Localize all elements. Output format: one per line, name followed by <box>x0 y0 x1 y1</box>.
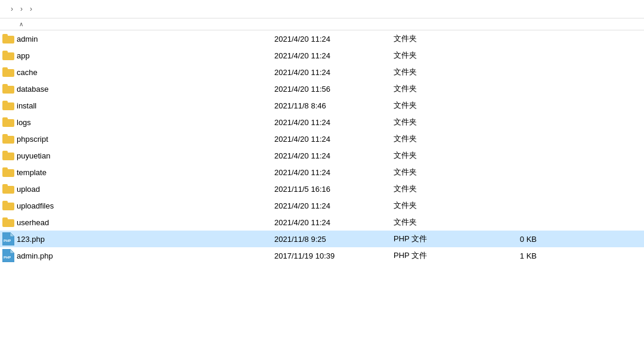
file-row[interactable]: PHP 123.php 2021/11/8 9:25 PHP 文件 0 KB <box>0 231 644 247</box>
breadcrumb-bar: › › › <box>0 0 644 18</box>
file-name: admin.php <box>17 251 274 260</box>
folder-icon <box>2 101 14 110</box>
file-type: 文件夹 <box>394 200 477 211</box>
file-date: 2021/4/20 11:24 <box>274 118 394 127</box>
file-date: 2021/4/20 11:24 <box>274 135 394 144</box>
file-size: 0 KB <box>477 235 549 244</box>
file-icon-cell: PHP <box>0 249 17 262</box>
file-type: PHP 文件 <box>394 234 477 244</box>
file-type: 文件夹 <box>394 217 477 228</box>
file-row[interactable]: phpscript 2021/4/20 11:24 文件夹 <box>0 130 644 147</box>
file-date: 2021/11/8 8:46 <box>274 101 394 110</box>
folder-icon <box>2 117 14 127</box>
file-row[interactable]: puyuetian 2021/4/20 11:24 文件夹 <box>0 147 644 164</box>
file-type: 文件夹 <box>394 184 477 194</box>
folder-icon <box>2 34 14 43</box>
file-type: 文件夹 <box>394 117 477 127</box>
file-icon-cell <box>0 151 17 160</box>
file-type: 文件夹 <box>394 150 477 161</box>
file-type: 文件夹 <box>394 167 477 178</box>
php-file-icon: PHP <box>2 249 14 262</box>
folder-icon <box>2 51 14 60</box>
file-row[interactable]: install 2021/11/8 8:46 文件夹 <box>0 97 644 114</box>
file-date: 2021/4/20 11:24 <box>274 68 394 77</box>
column-headers: ∧ <box>0 18 644 30</box>
file-icon-cell <box>0 67 17 77</box>
file-size: 1 KB <box>477 251 549 260</box>
file-name: install <box>17 101 274 110</box>
file-type: 文件夹 <box>394 50 477 61</box>
file-date: 2021/11/5 16:16 <box>274 185 394 194</box>
file-row[interactable]: cache 2021/4/20 11:24 文件夹 <box>0 64 644 80</box>
file-name: logs <box>17 118 274 127</box>
file-icon-cell <box>0 117 17 127</box>
file-name: uploadfiles <box>17 201 274 210</box>
file-date: 2021/4/20 11:24 <box>274 51 394 60</box>
file-icon-cell <box>0 201 17 210</box>
file-name: 123.php <box>17 235 274 244</box>
file-type: 文件夹 <box>394 83 477 94</box>
file-name: app <box>17 51 274 60</box>
file-row[interactable]: PHP admin.php 2017/11/19 10:39 PHP 文件 1 … <box>0 247 644 264</box>
file-type: PHP 文件 <box>394 250 477 261</box>
file-row[interactable]: logs 2021/4/20 11:24 文件夹 <box>0 114 644 130</box>
file-icon-cell <box>0 101 17 110</box>
file-type: 文件夹 <box>394 100 477 111</box>
file-date: 2021/4/20 11:56 <box>274 85 394 94</box>
php-file-icon: PHP <box>2 232 14 245</box>
file-type: 文件夹 <box>394 33 477 44</box>
file-row[interactable]: admin 2021/4/20 11:24 文件夹 <box>0 30 644 47</box>
folder-icon <box>2 84 14 94</box>
breadcrumb-sep-3: › <box>30 5 32 13</box>
file-row[interactable]: template 2021/4/20 11:24 文件夹 <box>0 164 644 181</box>
file-type: 文件夹 <box>394 133 477 144</box>
file-row[interactable]: upload 2021/11/5 16:16 文件夹 <box>0 181 644 197</box>
file-icon-cell <box>0 34 17 43</box>
file-icon-cell <box>0 51 17 60</box>
file-explorer: ∧ admin 2021/4/20 11:24 文件夹 app 2021/4/2… <box>0 18 644 334</box>
file-date: 2021/4/20 11:24 <box>274 218 394 227</box>
col-name-header[interactable]: ∧ <box>0 21 274 27</box>
file-date: 2017/11/19 10:39 <box>274 251 394 260</box>
file-icon-cell <box>0 134 17 144</box>
folder-icon <box>2 201 14 210</box>
file-type: 文件夹 <box>394 67 477 77</box>
sort-arrow-icon: ∧ <box>19 21 23 27</box>
file-date: 2021/11/8 9:25 <box>274 235 394 244</box>
file-date: 2021/4/20 11:24 <box>274 151 394 160</box>
folder-icon <box>2 151 14 160</box>
file-name: admin <box>17 35 274 43</box>
file-icon-cell <box>0 84 17 94</box>
file-icon-cell <box>0 167 17 177</box>
file-name: template <box>17 168 274 177</box>
file-icon-cell <box>0 217 17 227</box>
file-date: 2021/4/20 11:24 <box>274 201 394 210</box>
folder-icon <box>2 134 14 144</box>
svg-marker-1 <box>10 232 14 237</box>
file-row[interactable]: database 2021/4/20 11:56 文件夹 <box>0 80 644 97</box>
file-name: upload <box>17 185 274 194</box>
file-date: 2021/4/20 11:24 <box>274 168 394 177</box>
folder-icon <box>2 184 14 194</box>
breadcrumb-sep-1: › <box>11 5 13 13</box>
svg-marker-4 <box>10 249 14 253</box>
file-icon-cell <box>0 184 17 194</box>
svg-text:PHP: PHP <box>4 239 11 242</box>
file-row[interactable]: userhead 2021/4/20 11:24 文件夹 <box>0 214 644 231</box>
folder-icon <box>2 217 14 227</box>
file-row[interactable]: app 2021/4/20 11:24 文件夹 <box>0 47 644 64</box>
breadcrumb-sep-2: › <box>20 5 23 13</box>
file-name: puyuetian <box>17 151 274 160</box>
file-date: 2021/4/20 11:24 <box>274 35 394 43</box>
file-name: database <box>17 85 274 94</box>
folder-icon <box>2 67 14 77</box>
file-row[interactable]: uploadfiles 2021/4/20 11:24 文件夹 <box>0 197 644 214</box>
folder-icon <box>2 167 14 177</box>
file-name: userhead <box>17 218 274 227</box>
file-list: admin 2021/4/20 11:24 文件夹 app 2021/4/20 … <box>0 30 644 334</box>
svg-text:PHP: PHP <box>4 256 11 259</box>
file-name: cache <box>17 68 274 77</box>
file-name: phpscript <box>17 135 274 144</box>
file-icon-cell: PHP <box>0 232 17 245</box>
